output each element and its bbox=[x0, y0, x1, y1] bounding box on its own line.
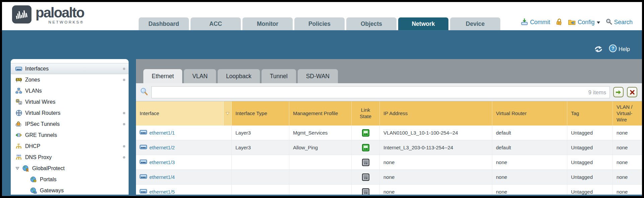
cell-tag: Untagged bbox=[567, 155, 613, 169]
cell-virtual-router: none bbox=[492, 170, 567, 184]
link-state-icon bbox=[362, 129, 369, 137]
apply-filter-button[interactable] bbox=[613, 87, 624, 97]
svg-text:?: ? bbox=[612, 46, 615, 51]
dns-proxy-icon: DNS bbox=[15, 154, 22, 160]
sidebar-item-gre-tunnels[interactable]: GRE Tunnels bbox=[11, 130, 129, 141]
table-row: ethernet1/1 Layer3 Mgmt_Services VLAN010… bbox=[136, 126, 642, 140]
cell-vlan-wire: none bbox=[613, 185, 642, 195]
filter-input[interactable] bbox=[151, 86, 610, 98]
column-header-vlan-wire[interactable]: VLAN / Virtual-Wire bbox=[613, 101, 642, 126]
sidebar-item-label: Virtual Routers bbox=[25, 110, 61, 116]
top-header: paloalto NETWORKS® Dashboard ACC Monitor… bbox=[2, 2, 642, 30]
help-button[interactable]: ? Help bbox=[609, 44, 630, 54]
column-header-tag[interactable]: Tag bbox=[567, 101, 613, 126]
ethernet-interface-icon bbox=[140, 174, 147, 180]
tab-sdwan[interactable]: SD-WAN bbox=[298, 69, 338, 83]
sidebar-item-interfaces[interactable]: Interfaces bbox=[11, 63, 129, 74]
paloalto-logo: paloalto NETWORKS® bbox=[12, 5, 84, 25]
interface-link[interactable]: ethernet1/2 bbox=[149, 145, 175, 150]
header-utilities: Commit bbox=[521, 18, 633, 27]
column-header-link-state[interactable]: Link State bbox=[352, 101, 380, 126]
tab-acc[interactable]: ACC bbox=[191, 17, 241, 30]
sidebar-item-portals[interactable]: Portals bbox=[11, 174, 129, 185]
svg-text:DNS: DNS bbox=[16, 154, 21, 157]
help-icon: ? bbox=[609, 44, 617, 54]
tab-monitor[interactable]: Monitor bbox=[242, 17, 293, 30]
tab-dashboard[interactable]: Dashboard bbox=[139, 17, 189, 30]
lock-button[interactable] bbox=[556, 18, 562, 27]
refresh-icon bbox=[594, 46, 603, 52]
commit-button[interactable]: Commit bbox=[521, 18, 550, 27]
table-row: ethernet1/5 none none Untagged none bbox=[136, 185, 642, 195]
sidebar-item-zones[interactable]: Zones bbox=[11, 74, 129, 85]
filter-toolbar: 9 items bbox=[136, 83, 642, 101]
main-nav-tabs: Dashboard ACC Monitor Policies Objects N… bbox=[139, 17, 500, 30]
tab-policies[interactable]: Policies bbox=[294, 17, 345, 30]
sidebar-item-label: Interfaces bbox=[25, 66, 49, 72]
search-button[interactable]: Search bbox=[606, 18, 633, 26]
tab-ethernet[interactable]: Ethernet bbox=[143, 69, 182, 83]
config-icon bbox=[568, 18, 576, 27]
dhcp-icon: IP bbox=[15, 143, 22, 149]
table-header: Interface Interface Type Management Prof… bbox=[136, 101, 642, 126]
sidebar-item-label: DNS Proxy bbox=[25, 154, 52, 160]
sort-caret-icon bbox=[225, 112, 230, 115]
link-state-icon bbox=[362, 159, 369, 166]
cell-vlan-wire: none bbox=[613, 126, 642, 140]
tab-network[interactable]: Network bbox=[398, 17, 448, 30]
cell-ip-address: none bbox=[380, 155, 492, 169]
sidebar-item-label: GRE Tunnels bbox=[25, 132, 57, 138]
tab-vlan[interactable]: VLAN bbox=[184, 69, 216, 83]
clear-filter-button[interactable] bbox=[627, 87, 637, 97]
interface-link[interactable]: ethernet1/4 bbox=[149, 174, 175, 180]
sidebar-item-label: Gateways bbox=[40, 188, 64, 194]
ipsec-tunnels-icon bbox=[15, 121, 22, 127]
banner-strip: ? Help bbox=[2, 30, 642, 59]
column-header-management-profile[interactable]: Management Profile bbox=[289, 101, 352, 126]
column-header-ip-address[interactable]: IP Address bbox=[380, 101, 492, 126]
sidebar-item-ipsec-tunnels[interactable]: IPSec Tunnels bbox=[11, 118, 129, 130]
cell-management-profile bbox=[289, 155, 352, 169]
cell-vlan-wire: none bbox=[613, 155, 642, 169]
tab-device[interactable]: Device bbox=[450, 17, 500, 30]
virtual-routers-icon bbox=[15, 110, 22, 116]
sidebar-item-label: GlobalProtect bbox=[32, 165, 65, 171]
interface-link[interactable]: ethernet1/1 bbox=[149, 130, 175, 136]
tab-tunnel[interactable]: Tunnel bbox=[262, 69, 296, 83]
ethernet-interface-icon bbox=[140, 145, 147, 150]
tab-objects[interactable]: Objects bbox=[346, 17, 397, 30]
column-header-virtual-router[interactable]: Virtual Router bbox=[492, 101, 567, 126]
cell-ip-address: Internet_L3_203-0-113-254--24 bbox=[380, 140, 492, 155]
sidebar-item-globalprotect[interactable]: GlobalProtect bbox=[11, 163, 129, 174]
sidebar-item-gateways[interactable]: Gateways bbox=[11, 185, 129, 195]
ethernet-interface-icon bbox=[140, 189, 147, 195]
sidebar-item-dns-proxy[interactable]: DNS DNS Proxy bbox=[11, 152, 129, 163]
column-header-interface[interactable]: Interface bbox=[136, 101, 224, 126]
cell-virtual-router: default bbox=[492, 140, 567, 155]
chevron-down-icon bbox=[597, 21, 600, 26]
column-sort-dropdown[interactable] bbox=[224, 101, 232, 126]
column-header-interface-type[interactable]: Interface Type bbox=[232, 101, 289, 126]
interface-link[interactable]: ethernet1/3 bbox=[149, 159, 175, 165]
sidebar-item-virtual-wires[interactable]: Virtual Wires bbox=[11, 96, 129, 107]
search-icon bbox=[606, 18, 612, 26]
cell-management-profile: Allow_Ping bbox=[289, 140, 352, 155]
interface-link[interactable]: ethernet1/5 bbox=[149, 189, 175, 195]
cell-interface-type bbox=[232, 155, 289, 169]
cell-management-profile bbox=[289, 185, 352, 195]
brand-title: paloalto bbox=[35, 5, 84, 20]
ethernet-interface-icon bbox=[140, 130, 147, 136]
refresh-button[interactable] bbox=[594, 46, 603, 52]
expander-icon[interactable] bbox=[15, 167, 19, 170]
globalprotect-icon bbox=[22, 165, 29, 171]
sidebar-item-vlans[interactable]: VLANs bbox=[11, 85, 129, 96]
cell-virtual-router: none bbox=[492, 155, 567, 169]
sidebar-item-virtual-routers[interactable]: Virtual Routers bbox=[11, 107, 129, 118]
cell-tag: Untagged bbox=[567, 126, 613, 140]
tab-loopback[interactable]: Loopback bbox=[218, 69, 260, 83]
interfaces-icon bbox=[15, 66, 22, 72]
sidebar-item-dhcp[interactable]: IP DHCP bbox=[11, 141, 129, 152]
config-menu[interactable]: Config bbox=[568, 18, 600, 27]
commit-icon bbox=[521, 18, 528, 27]
vlans-icon bbox=[15, 88, 22, 94]
